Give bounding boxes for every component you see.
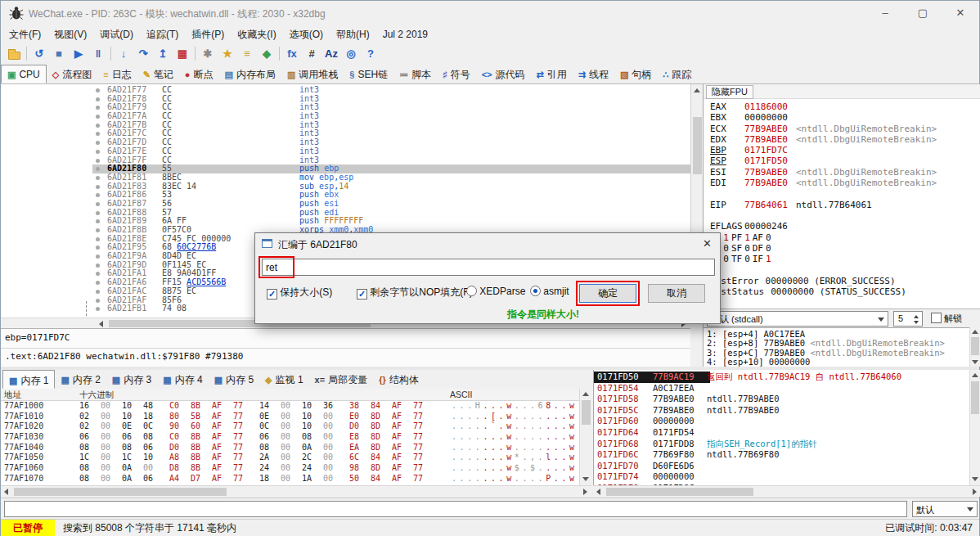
menu-item-plugins[interactable]: 插件(P) (185, 25, 231, 44)
dump-vscrollbar[interactable] (579, 389, 591, 485)
dump-row[interactable]: 77AF102002000E0C9060AF770C001000D08DAF77… (1, 421, 591, 432)
maximize-button[interactable]: ▢ (904, 1, 942, 25)
disasm-row[interactable]: 6AD21F8756push esi (1, 200, 690, 209)
bottom-tab-struct[interactable]: {}结构体 (373, 370, 425, 389)
dump-row[interactable]: 77AF10501C001C10A88BAF772A002C006C84AF77… (1, 453, 591, 463)
radio-unchecked-icon[interactable] (466, 286, 477, 296)
scroll-up-icon[interactable] (694, 88, 700, 92)
bottom-tab-locals[interactable]: x=局部变量 (309, 370, 374, 389)
run-button[interactable]: ▶ (69, 44, 88, 64)
patches-button[interactable]: ▦ (173, 44, 192, 64)
radio-checked-icon[interactable] (530, 286, 541, 296)
tab-symbols[interactable]: ♯符号 (437, 65, 476, 83)
step-over-button[interactable]: ↷ (133, 44, 153, 64)
menu-item-help[interactable]: 帮助(H) (330, 25, 376, 44)
stack-row[interactable]: 0171FD6C77B69F80ntdll.77B69F80 (594, 449, 980, 461)
stop-button[interactable]: ■ (49, 44, 69, 64)
stack-row[interactable]: 0171FD54A0C17EEA (594, 383, 980, 394)
help-button[interactable]: ? (361, 44, 380, 64)
dump-row[interactable]: 77AF107008000A06A4D7AF7718001A005084AF77… (1, 474, 591, 484)
bottom-tab-memory-3[interactable]: ▦内存 3 (106, 370, 157, 389)
disasm-row[interactable]: 6AD21F78CCint3 (1, 95, 690, 104)
settings-button[interactable]: ✱ (198, 44, 218, 64)
script-button[interactable]: ≡ (237, 44, 257, 64)
close-button[interactable]: ✕ (942, 1, 979, 25)
stack-row[interactable]: 0171FD5C77B9ABE0ntdll.77B9ABE0 (594, 405, 980, 417)
disasm-row[interactable]: 6AD21F7ECCint3 (1, 147, 690, 156)
tab-references[interactable]: ⇄引用 (531, 65, 573, 83)
arguments-pane[interactable]: 1: [esp+4] A0C17EEA2: [esp+8] 77B9ABE0 <… (703, 327, 980, 367)
registers-pane[interactable]: 隐藏FPU EAX01186000EBX00000000ECX77B9ABE0<… (703, 84, 980, 309)
register-flags-row[interactable]: ZF1PF1AF0 (710, 232, 980, 243)
dump-row[interactable]: 77AF106008000A00D88BAF7724002400988DAF77… (1, 463, 591, 474)
stack-row[interactable]: 0171FD640171FD54 (594, 427, 980, 439)
spin-up-icon[interactable] (914, 315, 919, 318)
fill-nop-checkbox[interactable]: ✓ 剩余字节以NOP填充(F) (357, 286, 473, 300)
scroll-down-icon[interactable] (582, 477, 589, 481)
menu-item-options[interactable]: 选项(O) (283, 25, 330, 44)
tab-handles[interactable]: ▧句柄 (614, 65, 657, 83)
scroll-thumb[interactable] (14, 488, 227, 496)
tab-breakpoints[interactable]: ●断点 (179, 65, 219, 83)
register-row[interactable]: EAX01186000 (710, 101, 980, 112)
checkbox-checked-icon[interactable]: ✓ (267, 289, 277, 300)
scroll-thumb[interactable] (971, 381, 979, 414)
dump-row[interactable]: 77AF101002001018805BAF770E001000E08DAF77… (1, 412, 591, 422)
restart-button[interactable]: ↺ (29, 44, 49, 64)
scroll-thumb[interactable] (582, 400, 591, 425)
favourites-button[interactable]: ★ (218, 44, 237, 64)
scroll-down-icon[interactable] (972, 477, 978, 481)
minimize-button[interactable]: – (866, 1, 904, 25)
scroll-right-icon[interactable] (973, 489, 977, 495)
step-into-button[interactable]: ↓ (114, 44, 133, 64)
tab-memory-map[interactable]: ▤内存布局 (219, 65, 281, 83)
args-row[interactable]: 4: [esp+10] 00000000 (707, 358, 980, 367)
keep-size-checkbox[interactable]: ✓ 保持大小(S) (267, 286, 332, 300)
args-vscrollbar[interactable] (969, 327, 980, 367)
menu-item-favourites[interactable]: 收藏夹(I) (231, 25, 282, 44)
scroll-right-icon[interactable] (583, 489, 587, 495)
register-flags-row[interactable]: CF0TF0IF1 (710, 254, 980, 264)
disasm-row[interactable]: 6AD21F7CCCint3 (1, 129, 690, 138)
fx-button[interactable]: fx (282, 44, 302, 64)
disasm-row[interactable]: 6AD21F7FCCint3 (1, 156, 690, 165)
bottom-tab-memory-1[interactable]: ▦内存 1 (2, 370, 55, 389)
bottom-tab-memory-4[interactable]: ▦内存 4 (157, 370, 208, 389)
command-input[interactable] (4, 501, 907, 517)
spin-down-icon[interactable] (914, 321, 919, 324)
tab-seh-chain[interactable]: §SEH链 (344, 65, 393, 83)
checkbox-checked-icon[interactable]: ✓ (357, 289, 367, 300)
register-row[interactable]: ECX77B9ABE0<ntdll.DbgUiRemoteBreakin> (710, 124, 980, 134)
plugins-button[interactable]: ◆ (257, 44, 276, 64)
execute-till-return-button[interactable]: ↥ (153, 44, 173, 64)
scroll-up-icon[interactable] (972, 330, 978, 334)
register-row[interactable]: EBP0171FD7C (710, 145, 980, 155)
unlock-checkbox[interactable]: 解锁 (931, 313, 962, 325)
stack-row[interactable]: 0171FD5077B9AC19返回到 ntdll.77B9AC19 自 ntd… (594, 372, 980, 383)
disasm-row[interactable]: 6AD21F79CCint3 (1, 103, 690, 112)
disasm-row[interactable]: 6AD21F7ACCint3 (1, 112, 690, 121)
title-bar[interactable]: WeChat.exe - PID: 263C - 模块: wechatwin.d… (1, 1, 979, 25)
arg-count-stepper[interactable]: 5 (893, 311, 923, 327)
stack-row[interactable]: 0171FD7400000000 (594, 471, 980, 483)
disasm-row[interactable]: 6AD21F7DCCint3 (1, 138, 690, 147)
menu-item-debug[interactable]: 调试(D) (93, 25, 140, 44)
scroll-down-icon[interactable] (972, 360, 978, 364)
pause-button[interactable]: ‖ (88, 44, 108, 64)
stack-row[interactable]: 0171FD5877B9ABE0ntdll.77B9ABE0 (594, 394, 980, 405)
memory-dump-pane[interactable]: 地址 十六进制 ASCII 77AF100016001048C08BAF7714… (1, 389, 591, 485)
scroll-thumb[interactable] (971, 337, 979, 355)
command-type-select[interactable]: 默认 (912, 501, 978, 517)
calculator-button[interactable]: # (302, 44, 321, 64)
stack-vscrollbar[interactable] (969, 370, 980, 485)
cancel-button[interactable]: 取消 (648, 284, 705, 303)
register-row[interactable]: EIP77B64061ntdll.77B64061 (710, 200, 980, 210)
tab-log[interactable]: ≡日志 (97, 65, 137, 83)
register-row[interactable]: EFLAGS00000246 (710, 221, 980, 232)
tab-cpu[interactable]: ▣CPU (1, 65, 47, 83)
disasm-row[interactable]: 6AD21F7BCCint3 (1, 121, 690, 130)
bottom-tab-watch-1[interactable]: ◈监视 1 (259, 370, 308, 389)
menu-item-file[interactable]: 文件(F) (2, 25, 47, 44)
xedparse-radio[interactable]: XEDParse (466, 286, 525, 297)
scroll-thumb[interactable] (693, 117, 702, 174)
